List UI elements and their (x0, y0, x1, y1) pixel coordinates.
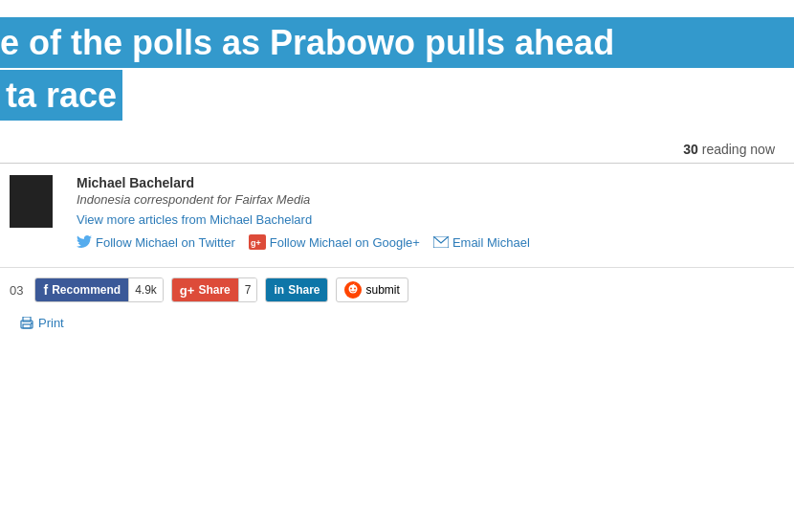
share-bar: 03 f Recommend 4.9k g+ Share 7 in Share (0, 267, 794, 308)
print-icon (19, 317, 34, 330)
comment-count: 03 (10, 283, 23, 298)
follow-gplus-label: Follow Michael on Google+ (270, 235, 420, 250)
svg-rect-11 (23, 324, 31, 328)
print-label: Print (38, 316, 64, 330)
author-section: Michael Bachelard Indonesia corresponden… (10, 175, 794, 250)
author-name: Michael Bachelard (77, 175, 794, 190)
reddit-icon (344, 281, 362, 299)
author-title: Indonesia correspondent for Fairfax Medi… (77, 192, 794, 207)
linkedin-btn-inner: in Share (266, 278, 327, 301)
fb-count: 4.9k (128, 278, 163, 301)
gplus-share-icon: g+ (180, 283, 195, 298)
gplus-icon: g+ (249, 234, 266, 250)
reddit-submit-label: submit (365, 283, 399, 297)
article-title-line2: ta race (0, 70, 122, 121)
page-wrapper: e of the polls as Prabowo pulls ahead ta… (0, 0, 794, 338)
print-row: Print (0, 308, 794, 338)
twitter-icon (77, 235, 92, 249)
author-social-links: Follow Michael on Twitter g+ Follow Mich… (77, 234, 794, 250)
title-section: e of the polls as Prabowo pulls ahead ta… (0, 0, 794, 134)
linkedin-share-label: Share (288, 283, 320, 297)
author-avatar (10, 175, 53, 228)
svg-text:g+: g+ (251, 238, 261, 248)
reading-count: 30 (683, 142, 698, 157)
svg-point-6 (354, 288, 356, 290)
follow-twitter-label: Follow Michael on Twitter (96, 235, 235, 250)
fb-btn-inner: f Recommend (35, 278, 128, 301)
linkedin-icon: in (274, 283, 284, 297)
facebook-icon: f (43, 282, 48, 298)
author-more-articles-link[interactable]: View more articles from Michael Bachelar… (77, 212, 794, 227)
print-link[interactable]: Print (19, 316, 784, 330)
follow-twitter-link[interactable]: Follow Michael on Twitter (77, 235, 235, 250)
reading-now-label: reading now (702, 142, 775, 157)
svg-point-5 (350, 288, 352, 290)
gplus-btn-inner: g+ Share (172, 278, 238, 301)
email-author-link[interactable]: Email Michael (433, 235, 530, 250)
svg-point-12 (31, 322, 33, 324)
facebook-recommend-button[interactable]: f Recommend 4.9k (34, 277, 163, 302)
email-icon (433, 236, 449, 248)
linkedin-share-button[interactable]: in Share (265, 277, 328, 302)
reddit-submit-button[interactable]: submit (336, 277, 408, 302)
gplus-share-label: Share (198, 283, 230, 297)
gplus-count: 7 (238, 278, 257, 301)
email-author-label: Email Michael (452, 235, 530, 250)
svg-point-8 (354, 282, 356, 284)
article-title-line1: e of the polls as Prabowo pulls ahead (0, 17, 794, 68)
follow-gplus-link[interactable]: g+ Follow Michael on Google+ (249, 234, 420, 250)
gplus-share-button[interactable]: g+ Share 7 (171, 277, 258, 302)
comment-count-number: 03 (10, 283, 23, 298)
section-divider (0, 163, 794, 164)
fb-recommend-label: Recommend (52, 283, 121, 297)
reading-now-bar: 30 reading now (0, 134, 794, 163)
